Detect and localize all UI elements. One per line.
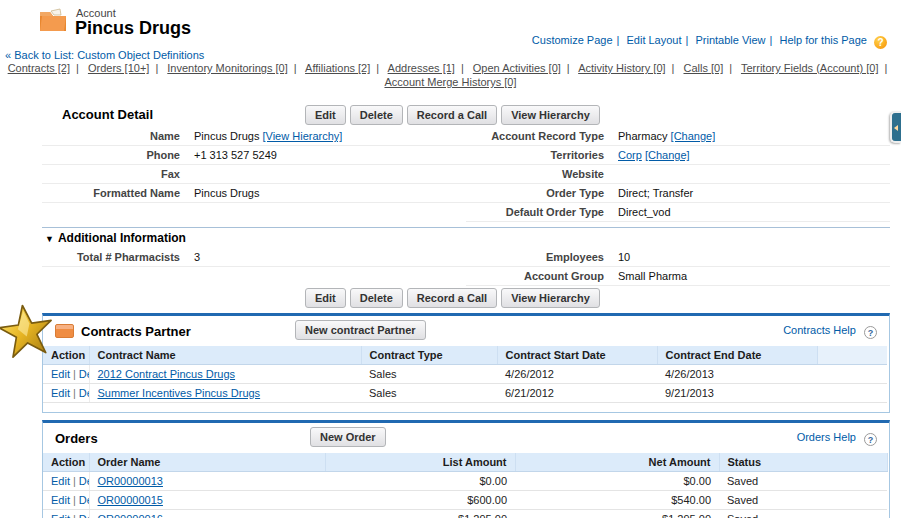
field-label: Default Order Type (466, 206, 618, 218)
edit-contract-link[interactable]: Edit (51, 368, 70, 380)
shortcut-contracts[interactable]: Contracts [2] (8, 62, 70, 74)
printable-view-link[interactable]: Printable View (695, 34, 765, 46)
view-hierarchy-button[interactable]: View Hierarchy (501, 288, 600, 308)
edit-order-link[interactable]: Edit (51, 475, 70, 487)
field-value: 10 (618, 251, 890, 263)
view-hierarchy-link[interactable]: [View Hierarchy] (262, 130, 342, 142)
shortcut-inventory-monitorings[interactable]: Inventory Monitorings [0] (167, 62, 287, 74)
contracts-icon (55, 324, 74, 338)
shortcut-affiliations[interactable]: Affiliations [2] (305, 62, 370, 74)
col-list-amount: List Amount (325, 453, 515, 471)
contracts-panel-header: Contracts Partner New contract Partner C… (43, 316, 889, 346)
status-cell: Saved (719, 490, 887, 509)
field-label: Website (466, 168, 618, 180)
orders-help-icon[interactable]: ? (864, 433, 877, 446)
contracts-help-icon[interactable]: ? (864, 326, 877, 339)
view-hierarchy-button[interactable]: View Hierarchy (501, 105, 600, 125)
contract-name-link[interactable]: Summer Incentives Pincus Drugs (98, 387, 261, 399)
section-divider (42, 227, 890, 228)
field-row-formatted-name: Formatted Name Pincus Drugs (42, 184, 466, 203)
delete-contract-link[interactable]: Del (79, 368, 89, 380)
field-value: Pharmacy (618, 130, 668, 142)
territory-link[interactable]: Corp (618, 149, 642, 161)
star-annotation-icon (0, 298, 58, 363)
new-order-button[interactable]: New Order (310, 427, 386, 447)
edit-button[interactable]: Edit (305, 288, 346, 308)
col-contract-name: Contract Name (89, 346, 361, 364)
list-amount-cell: $0.00 (325, 471, 515, 490)
shortcut-orders[interactable]: Orders [10+] (88, 62, 149, 74)
change-record-type-link[interactable]: [Change] (671, 130, 716, 142)
edit-button[interactable]: Edit (305, 105, 346, 125)
col-net-amount: Net Amount (515, 453, 719, 471)
field-value: Pincus Drugs (194, 130, 259, 142)
field-label: Employees (466, 251, 618, 263)
orders-title: Orders (55, 431, 98, 446)
help-for-page-link[interactable]: Help for this Page (780, 34, 867, 46)
record-a-call-button[interactable]: Record a Call (407, 105, 497, 125)
collapse-arrow-left-icon (894, 125, 898, 131)
customize-page-link[interactable]: Customize Page (532, 34, 613, 46)
field-value: Direct; Transfer (618, 187, 890, 199)
additional-fields-left: Total # Pharmacists 3 (42, 248, 466, 267)
shortcut-account-merge-historys[interactable]: Account Merge Historys [0] (384, 76, 516, 88)
field-label: Fax (42, 168, 194, 180)
col-status: Status (719, 453, 887, 471)
field-row-total-pharmacists: Total # Pharmacists 3 (42, 248, 466, 267)
edit-order-link[interactable]: Edit (51, 513, 70, 518)
edit-order-link[interactable]: Edit (51, 494, 70, 506)
additional-information-header[interactable]: ▼Additional Information (45, 231, 186, 245)
col-contract-end-date: Contract End Date (657, 346, 817, 364)
list-amount-cell: $1,295.00 (325, 509, 515, 518)
field-row-website: Website (466, 165, 890, 184)
record-a-call-button[interactable]: Record a Call (407, 288, 497, 308)
col-empty (817, 346, 887, 364)
contract-start-cell: 6/21/2012 (497, 383, 657, 402)
contract-type-cell: Sales (361, 364, 497, 383)
order-name-link[interactable]: OR00000015 (98, 494, 163, 506)
shortcut-open-activities[interactable]: Open Activities [0] (473, 62, 561, 74)
field-label: Territories (466, 149, 618, 161)
delete-button[interactable]: Delete (350, 105, 403, 125)
edit-contract-link[interactable]: Edit (51, 387, 70, 399)
field-value: Small Pharma (618, 270, 890, 282)
order-row: Edit|Del OR00000016 $1,295.00 $1,295.00 … (43, 509, 887, 518)
contract-name-link[interactable]: 2012 Contract Pincus Drugs (98, 368, 236, 380)
order-name-link[interactable]: OR00000013 (98, 475, 163, 487)
field-row-account-record-type: Account Record Type Pharmacy [Change] (466, 127, 890, 146)
delete-button[interactable]: Delete (350, 288, 403, 308)
col-contract-type: Contract Type (361, 346, 497, 364)
shortcut-activity-history[interactable]: Activity History [0] (578, 62, 665, 74)
net-amount-cell: $540.00 (515, 490, 719, 509)
collapse-arrow-icon: ▼ (45, 234, 54, 244)
field-row-default-order-type: Default Order Type Direct_vod (466, 203, 890, 222)
contracts-partner-panel: Contracts Partner New contract Partner C… (42, 313, 890, 413)
delete-contract-link[interactable]: Del (79, 387, 89, 399)
contract-end-cell: 9/21/2013 (657, 383, 817, 402)
shortcut-addresses[interactable]: Addresses [1] (388, 62, 455, 74)
detail-fields-right: Account Record Type Pharmacy [Change] Te… (466, 127, 890, 222)
field-row-territories: Territories Corp [Change] (466, 146, 890, 165)
back-to-list-link[interactable]: « Back to List: Custom Object Definition… (5, 49, 204, 61)
edit-layout-link[interactable]: Edit Layout (626, 34, 681, 46)
change-territory-link[interactable]: [Change] (645, 149, 690, 161)
status-cell: Saved (719, 509, 887, 518)
col-order-name: Order Name (89, 453, 325, 471)
new-contract-partner-button[interactable]: New contract Partner (295, 320, 426, 340)
delete-order-link[interactable]: Del (79, 513, 89, 518)
shortcut-territory-fields[interactable]: Territory Fields (Account) [0] (741, 62, 879, 74)
delete-order-link[interactable]: Del (79, 494, 89, 506)
orders-panel: Orders New Order Orders Help ? Action Or… (42, 420, 890, 518)
shortcut-calls[interactable]: Calls [0] (683, 62, 723, 74)
order-name-link[interactable]: OR00000016 (98, 513, 163, 518)
col-action: Action (43, 453, 89, 471)
sidebar-collapse-tab[interactable] (890, 111, 901, 143)
field-row-name: Name Pincus Drugs [View Hierarchy] (42, 127, 466, 146)
orders-help-link[interactable]: Orders Help (797, 431, 856, 443)
help-icon[interactable]: ? (874, 36, 887, 49)
delete-order-link[interactable]: Del (79, 475, 89, 487)
account-detail-page: Account Pincus Drugs Customize Page| Edi… (0, 0, 901, 518)
field-label: Total # Pharmacists (42, 251, 194, 263)
contracts-help-link[interactable]: Contracts Help (783, 324, 856, 336)
field-label: Account Group (466, 270, 618, 282)
